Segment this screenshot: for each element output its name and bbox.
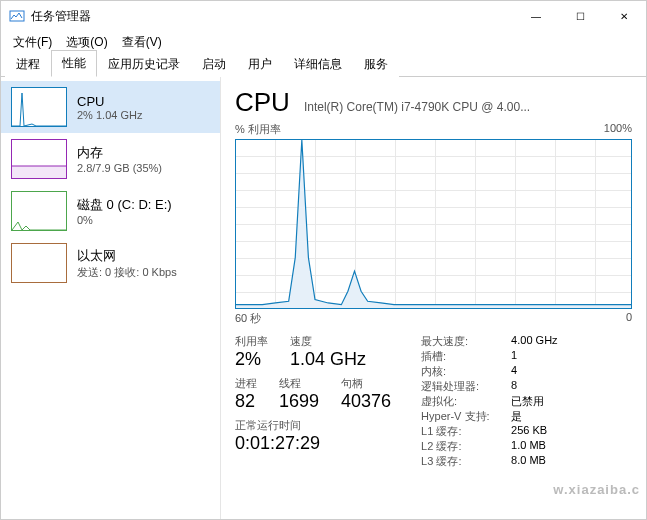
sidebar-item-memory[interactable]: 内存 2.8/7.9 GB (35%) (1, 133, 220, 185)
maximize-button[interactable]: ☐ (558, 1, 602, 31)
label-handles: 句柄 (341, 376, 391, 391)
value-uptime: 0:01:27:29 (235, 433, 391, 454)
sidebar-item-ethernet[interactable]: 以太网 发送: 0 接收: 0 Kbps (1, 237, 220, 289)
sidebar-disk-sub: 0% (77, 214, 172, 226)
titlebar: 任务管理器 — ☐ ✕ (1, 1, 646, 31)
value-utilization: 2% (235, 349, 268, 370)
memory-thumb-icon (11, 139, 67, 179)
svg-marker-3 (236, 140, 631, 308)
sidebar-item-cpu[interactable]: CPU 2% 1.04 GHz (1, 81, 220, 133)
window-controls: — ☐ ✕ (514, 1, 646, 31)
tab-services[interactable]: 服务 (353, 51, 399, 77)
v-logical: 8 (511, 379, 581, 394)
chart-y-max: 100% (604, 122, 632, 137)
sidebar-cpu-sub: 2% 1.04 GHz (77, 109, 142, 121)
label-utilization: 利用率 (235, 334, 268, 349)
label-processes: 进程 (235, 376, 257, 391)
svg-rect-1 (12, 166, 67, 179)
v-virt: 已禁用 (511, 394, 581, 409)
k-virt: 虚拟化: (421, 394, 511, 409)
tab-details[interactable]: 详细信息 (283, 51, 353, 77)
v-l2: 1.0 MB (511, 439, 581, 454)
close-button[interactable]: ✕ (602, 1, 646, 31)
sidebar-cpu-name: CPU (77, 94, 142, 109)
k-logical: 逻辑处理器: (421, 379, 511, 394)
menubar: 文件(F) 选项(O) 查看(V) (1, 31, 646, 53)
k-sockets: 插槽: (421, 349, 511, 364)
value-handles: 40376 (341, 391, 391, 412)
k-l3: L3 缓存: (421, 454, 511, 469)
app-icon (9, 8, 25, 24)
cpu-spec-table: 最大速度:4.00 GHz 插槽:1 内核:4 逻辑处理器:8 虚拟化:已禁用 … (421, 334, 581, 469)
sidebar-disk-name: 磁盘 0 (C: D: E:) (77, 196, 172, 214)
k-cores: 内核: (421, 364, 511, 379)
value-processes: 82 (235, 391, 257, 412)
chart-x-left: 60 秒 (235, 311, 261, 326)
minimize-button[interactable]: — (514, 1, 558, 31)
tab-processes[interactable]: 进程 (5, 51, 51, 77)
v-hyperv: 是 (511, 409, 581, 424)
chart-y-label: % 利用率 (235, 122, 281, 137)
chart-x-right: 0 (626, 311, 632, 326)
tab-users[interactable]: 用户 (237, 51, 283, 77)
menu-view[interactable]: 查看(V) (116, 32, 168, 53)
sidebar: CPU 2% 1.04 GHz 内存 2.8/7.9 GB (35%) 磁盘 0… (1, 77, 221, 519)
page-title: CPU (235, 87, 290, 118)
tab-history[interactable]: 应用历史记录 (97, 51, 191, 77)
cpu-thumb-icon (11, 87, 67, 127)
k-l2: L2 缓存: (421, 439, 511, 454)
sidebar-eth-sub: 发送: 0 接收: 0 Kbps (77, 265, 177, 280)
value-speed: 1.04 GHz (290, 349, 366, 370)
label-speed: 速度 (290, 334, 366, 349)
k-maxspeed: 最大速度: (421, 334, 511, 349)
label-threads: 线程 (279, 376, 319, 391)
v-l1: 256 KB (511, 424, 581, 439)
content: CPU 2% 1.04 GHz 内存 2.8/7.9 GB (35%) 磁盘 0… (1, 77, 646, 519)
sidebar-mem-name: 内存 (77, 144, 162, 162)
main-panel: CPU Intel(R) Core(TM) i7-4790K CPU @ 4.0… (221, 77, 646, 519)
cpu-model: Intel(R) Core(TM) i7-4790K CPU @ 4.00... (304, 100, 632, 114)
tab-startup[interactable]: 启动 (191, 51, 237, 77)
v-cores: 4 (511, 364, 581, 379)
k-hyperv: Hyper-V 支持: (421, 409, 511, 424)
sidebar-item-disk[interactable]: 磁盘 0 (C: D: E:) 0% (1, 185, 220, 237)
v-l3: 8.0 MB (511, 454, 581, 469)
k-l1: L1 缓存: (421, 424, 511, 439)
label-uptime: 正常运行时间 (235, 418, 391, 433)
v-maxspeed: 4.00 GHz (511, 334, 581, 349)
v-sockets: 1 (511, 349, 581, 364)
value-threads: 1699 (279, 391, 319, 412)
tabstrip: 进程 性能 应用历史记录 启动 用户 详细信息 服务 (1, 53, 646, 77)
cpu-utilization-chart[interactable] (235, 139, 632, 309)
ethernet-thumb-icon (11, 243, 67, 283)
sidebar-eth-name: 以太网 (77, 247, 177, 265)
window-title: 任务管理器 (31, 8, 91, 25)
sidebar-mem-sub: 2.8/7.9 GB (35%) (77, 162, 162, 174)
tab-performance[interactable]: 性能 (51, 50, 97, 77)
disk-thumb-icon (11, 191, 67, 231)
